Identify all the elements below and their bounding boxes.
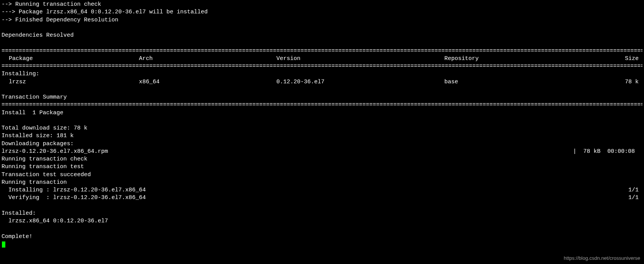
summary-line: Install 1 Package: [2, 109, 642, 117]
download-row: lrzsz-0.12.20-36.el7.x86_64.rpm | 78 kB …: [2, 148, 642, 155]
progress-row: Verifying : lrzsz-0.12.20-36.el7.x86_64 …: [2, 194, 642, 202]
line: Dependencies Resolved: [2, 32, 642, 39]
download-status: | 78 kB 00:00:08: [573, 148, 642, 155]
progress-count: 1/1: [628, 194, 642, 202]
progress-label: Verifying : lrzsz-0.12.20-36.el7.x86_64: [2, 194, 628, 202]
divider: ========================================…: [2, 101, 642, 109]
line: [2, 24, 642, 32]
cell-version: 0.12.20-36.el7: [276, 78, 444, 86]
summary-title: Transaction Summary: [2, 94, 642, 101]
terminal-output: --> Running transaction check ---> Packa…: [0, 0, 644, 249]
line: Installed:: [2, 210, 642, 217]
cell-size: 78 k: [574, 78, 642, 86]
cell-arch: x86_64: [139, 78, 276, 86]
cursor-icon: [2, 241, 5, 248]
cell-repository: base: [444, 78, 574, 86]
col-header-arch: Arch: [139, 55, 276, 63]
line: ---> Package lrzsz.x86_64 0:0.12.20-36.e…: [2, 8, 642, 16]
progress-label: Installing : lrzsz-0.12.20-36.el7.x86_64: [2, 186, 628, 194]
download-file: lrzsz-0.12.20-36.el7.x86_64.rpm: [2, 148, 573, 155]
line: Complete!: [2, 233, 642, 241]
table-header-row: Package Arch Version Repository Size: [2, 55, 642, 63]
divider: ========================================…: [2, 63, 642, 70]
line: Running transaction check: [2, 155, 642, 163]
prompt-line[interactable]: [2, 241, 642, 248]
line: [2, 117, 642, 125]
line: lrzsz.x86_64 0:0.12.20-36.el7: [2, 217, 642, 225]
blank-line: [2, 86, 642, 94]
line: [2, 202, 642, 210]
col-header-size: Size: [574, 55, 642, 63]
line: [2, 225, 642, 233]
watermark: https://blog.csdn.net/crossuniverse: [564, 255, 640, 262]
line: --> Finished Dependency Resolution: [2, 16, 642, 24]
col-header-package: Package: [2, 55, 139, 63]
progress-count: 1/1: [628, 186, 642, 194]
col-header-repository: Repository: [444, 55, 574, 63]
section-label: Installing:: [2, 70, 642, 78]
line: Running transaction: [2, 179, 642, 186]
line: Downloading packages:: [2, 140, 642, 148]
divider: ========================================…: [2, 47, 642, 55]
progress-row: Installing : lrzsz-0.12.20-36.el7.x86_64…: [2, 186, 642, 194]
cell-package: lrzsz: [2, 78, 139, 86]
line: Running transaction test: [2, 163, 642, 171]
line: Transaction test succeeded: [2, 171, 642, 179]
line: Total download size: 78 k: [2, 125, 642, 132]
line: [2, 39, 642, 47]
col-header-version: Version: [276, 55, 444, 63]
line: --> Running transaction check: [2, 1, 642, 8]
line: Installed size: 181 k: [2, 132, 642, 140]
table-row: lrzsz x86_64 0.12.20-36.el7 base 78 k: [2, 78, 642, 86]
